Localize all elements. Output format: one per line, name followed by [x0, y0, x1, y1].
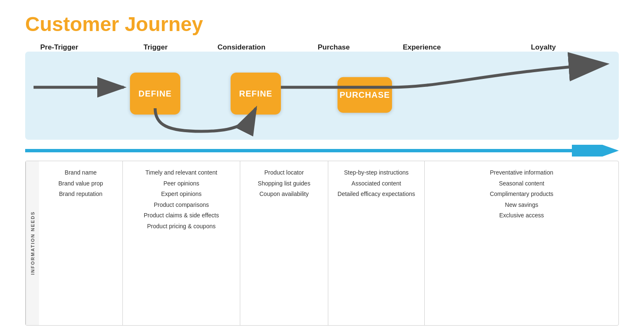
stage-header-loyalty: Loyalty	[468, 43, 619, 52]
list-item: Associated content	[351, 180, 401, 188]
list-item: Coupon availability	[260, 190, 309, 198]
blue-arrow-bar	[25, 145, 619, 157]
list-item: Step-by-step instructions	[344, 169, 408, 177]
list-item: Seasonal content	[499, 180, 544, 188]
stage-box-purchase: PURCHASE	[338, 77, 392, 113]
info-col-loyalty: Preventative information Seasonal conten…	[425, 161, 618, 325]
info-columns: Brand name Brand value prop Brand reputa…	[39, 161, 618, 325]
list-item: Product pricing & coupons	[147, 222, 216, 231]
stages-header: Pre-Trigger Trigger Consideration Purcha…	[25, 43, 619, 52]
page: Customer Journey Pre-Trigger Trigger Con…	[0, 0, 644, 334]
list-item: Brand value prop	[58, 180, 103, 188]
info-col-experience: Step-by-step instructions Associated con…	[328, 161, 425, 325]
list-item: Product claims & side effects	[144, 211, 219, 220]
list-item: Timely and relevant content	[145, 169, 217, 177]
list-item: Shopping list guides	[258, 180, 310, 188]
info-col-consideration: Timely and relevant content Peer opinion…	[123, 161, 240, 325]
list-item: Preventative information	[490, 169, 553, 177]
journey-arrows-svg	[25, 52, 619, 140]
list-item: Brand name	[65, 169, 96, 177]
list-item: Brand reputation	[59, 190, 103, 198]
stage-header-experience: Experience	[376, 43, 468, 52]
journey-area: DEFINE REFINE PURCHASE	[25, 52, 619, 140]
blue-arrow-svg	[25, 145, 619, 157]
page-title: Customer Journey	[25, 13, 619, 36]
list-item: Detailed efficacy expectations	[338, 190, 415, 198]
list-item: Product locator	[264, 169, 304, 177]
list-item: New savings	[505, 201, 538, 209]
list-item: Exclusive access	[499, 211, 544, 220]
stage-header-purchase: Purchase	[292, 43, 376, 52]
info-col-purchase: Product locator Shopping list guides Cou…	[240, 161, 328, 325]
stage-header-pre-trigger: Pre-Trigger	[40, 43, 120, 52]
info-needs-section: INFORMATION NEEDS Brand name Brand value…	[25, 161, 619, 326]
stage-box-refine: REFINE	[231, 73, 281, 115]
info-col-pre-trigger: Brand name Brand value prop Brand reputa…	[39, 161, 123, 325]
info-needs-label: INFORMATION NEEDS	[26, 161, 39, 325]
list-item: Expert opinions	[161, 190, 202, 198]
stage-box-define: DEFINE	[130, 73, 180, 115]
list-item: Complimentary products	[490, 190, 553, 198]
stage-header-trigger: Trigger	[120, 43, 191, 52]
list-item: Peer opinions	[164, 180, 200, 188]
stage-header-consideration: Consideration	[191, 43, 292, 52]
list-item: Product comparisons	[154, 201, 209, 209]
